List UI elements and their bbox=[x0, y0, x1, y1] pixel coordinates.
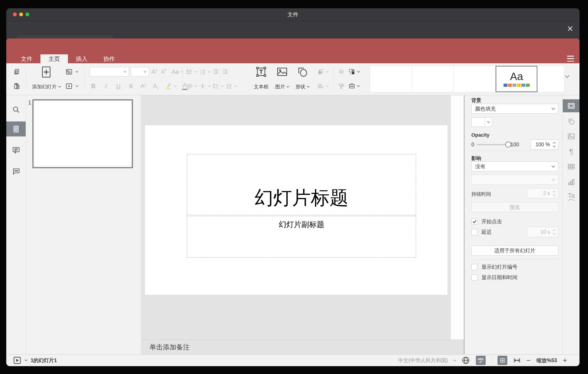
title-placeholder[interactable]: 幻灯片标题 bbox=[187, 154, 416, 215]
clear-style-icon[interactable] bbox=[337, 68, 345, 76]
paste-icon[interactable] bbox=[13, 82, 21, 90]
vertical-align-icon[interactable] bbox=[199, 82, 206, 90]
theme-option[interactable] bbox=[454, 66, 495, 92]
line-spacing-icon[interactable] bbox=[212, 82, 220, 90]
font-size-select[interactable] bbox=[131, 67, 149, 77]
background-color-picker[interactable] bbox=[471, 117, 558, 127]
shape-settings-button[interactable] bbox=[563, 115, 579, 128]
tab-file[interactable]: 文件 bbox=[13, 54, 41, 63]
tab-home[interactable]: 主页 bbox=[41, 54, 68, 63]
subscript-icon[interactable]: A2 bbox=[152, 82, 160, 90]
image-settings-button[interactable] bbox=[563, 130, 579, 143]
theme-option[interactable] bbox=[412, 66, 454, 92]
slideshow-options-icon[interactable] bbox=[25, 358, 28, 361]
insert-image-button[interactable]: 图片 bbox=[275, 66, 289, 92]
arrange-shape-icon[interactable] bbox=[317, 68, 324, 76]
decrease-indent-icon[interactable] bbox=[212, 68, 220, 76]
font-group: A▲ A▼ Aa B I U S A2 A2 A bbox=[90, 66, 192, 92]
duration-spinner: 2 s bbox=[527, 188, 558, 198]
copy-style-icon[interactable] bbox=[337, 82, 345, 90]
style-tools-group bbox=[337, 66, 359, 92]
add-slide-button[interactable]: 添加幻灯片 bbox=[30, 66, 63, 92]
statusbar: 1的幻灯片1 中文(中华人民共和国) ABC − 缩放%53 + bbox=[6, 354, 579, 366]
slide-counter: 1的幻灯片1 bbox=[31, 357, 57, 364]
menu-icon[interactable] bbox=[567, 56, 574, 62]
toolbar: 添加幻灯片 A▲ bbox=[6, 63, 579, 95]
theme-gallery-expand-icon[interactable] bbox=[566, 74, 569, 78]
delay-checkbox[interactable] bbox=[471, 229, 477, 235]
minimize-traffic-light[interactable] bbox=[19, 12, 23, 16]
chat-button[interactable] bbox=[6, 164, 26, 178]
delay-spinner: 10 s bbox=[527, 227, 558, 237]
search-button[interactable] bbox=[6, 102, 26, 117]
slides-panel-button[interactable] bbox=[6, 121, 26, 136]
theme-option[interactable] bbox=[370, 66, 412, 92]
highlight-color-icon[interactable] bbox=[165, 82, 172, 90]
font-name-select[interactable] bbox=[90, 67, 129, 77]
increase-font-icon[interactable]: A▲ bbox=[151, 68, 158, 76]
opacity-slider-knob[interactable] bbox=[505, 142, 511, 147]
bold-icon[interactable]: B bbox=[90, 82, 97, 90]
zoom-out-button[interactable]: − bbox=[526, 357, 531, 364]
vertical-scrollbar[interactable] bbox=[451, 95, 464, 340]
subtitle-placeholder[interactable]: 幻灯片副标题 bbox=[187, 216, 416, 258]
decrease-font-icon[interactable]: A▼ bbox=[160, 68, 168, 76]
right-rail: ¶ Ta bbox=[563, 95, 579, 354]
color-scheme-icon[interactable] bbox=[348, 68, 356, 76]
fit-to-slide-toggle[interactable] bbox=[497, 356, 507, 365]
left-rail bbox=[6, 95, 26, 354]
theme-option[interactable] bbox=[537, 66, 564, 92]
opacity-spinner[interactable]: 100 % bbox=[531, 140, 558, 149]
effect-select[interactable]: 没有 bbox=[471, 162, 558, 171]
delay-value: 10 s bbox=[540, 229, 550, 235]
show-date-time-checkbox[interactable] bbox=[471, 275, 477, 281]
insert-shape-button[interactable]: 形状 bbox=[295, 66, 309, 92]
text-box-button[interactable]: 文本框 bbox=[254, 66, 269, 92]
chart-settings-button[interactable] bbox=[563, 176, 579, 188]
spellcheck-toggle[interactable]: ABC bbox=[476, 356, 486, 365]
strikethrough-icon[interactable]: S bbox=[127, 82, 135, 90]
theme-option-selected[interactable]: Aa bbox=[495, 66, 537, 92]
slide-size-icon[interactable] bbox=[348, 82, 356, 90]
close-traffic-light[interactable] bbox=[13, 12, 17, 16]
close-icon[interactable]: ✕ bbox=[566, 24, 575, 33]
italic-icon[interactable]: I bbox=[102, 82, 110, 90]
table-settings-button[interactable] bbox=[563, 160, 579, 173]
slide[interactable]: 幻灯片标题 幻灯片副标题 bbox=[145, 125, 448, 295]
background-fill-select[interactable]: 颜色填充 bbox=[471, 104, 558, 114]
textart-settings-button[interactable]: Ta bbox=[563, 190, 579, 203]
zoom-in-button[interactable]: + bbox=[563, 357, 567, 364]
language-label[interactable]: 中文(中华人民共和国) bbox=[398, 357, 448, 364]
slide-thumbnail[interactable] bbox=[32, 99, 133, 168]
increase-indent-icon[interactable] bbox=[221, 68, 229, 76]
superscript-icon[interactable]: A2 bbox=[140, 82, 147, 90]
fit-to-width-button[interactable] bbox=[513, 357, 521, 364]
numbered-list-icon[interactable]: 123 bbox=[199, 68, 206, 76]
slide-layout-icon[interactable] bbox=[65, 68, 73, 76]
horizontal-align-icon[interactable] bbox=[186, 82, 193, 90]
theme-gallery: Aa bbox=[370, 66, 564, 92]
comments-button[interactable] bbox=[6, 143, 26, 157]
tab-collaboration[interactable]: 协作 bbox=[95, 54, 123, 63]
change-case-icon[interactable]: Aa bbox=[169, 68, 181, 76]
copy-icon[interactable] bbox=[13, 68, 21, 76]
show-slide-number-checkbox[interactable] bbox=[471, 264, 477, 270]
opacity-slider[interactable] bbox=[477, 144, 508, 145]
columns-icon[interactable] bbox=[225, 82, 233, 90]
start-slideshow-icon[interactable] bbox=[65, 82, 73, 90]
zoom-traffic-light[interactable] bbox=[25, 12, 29, 16]
start-slideshow-statusbar-icon[interactable] bbox=[13, 356, 21, 365]
document-language-icon[interactable] bbox=[462, 356, 470, 365]
start-on-click-checkbox[interactable] bbox=[471, 219, 477, 225]
slide-settings-button[interactable] bbox=[563, 99, 579, 112]
overlay-header bbox=[6, 21, 579, 38]
tab-insert[interactable]: 插入 bbox=[68, 54, 95, 63]
effect-value: 没有 bbox=[475, 163, 485, 170]
align-shape-icon[interactable] bbox=[317, 82, 324, 90]
language-caret-icon[interactable] bbox=[453, 360, 456, 363]
notes-area[interactable]: 单击添加备注 bbox=[141, 340, 464, 354]
underline-icon[interactable]: U bbox=[115, 82, 122, 90]
paragraph-settings-button[interactable]: ¶ bbox=[563, 145, 579, 158]
bullet-list-icon[interactable] bbox=[186, 68, 193, 76]
apply-to-all-button[interactable]: 适用于所有幻灯片 bbox=[471, 246, 558, 255]
